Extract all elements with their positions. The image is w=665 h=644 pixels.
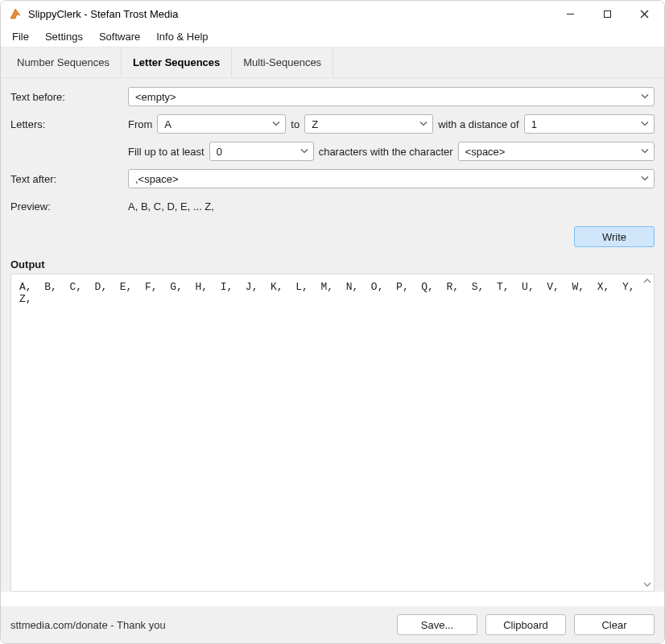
app-icon (9, 7, 22, 20)
menu-software[interactable]: Software (91, 28, 148, 45)
label-output: Output (10, 258, 655, 270)
clipboard-button[interactable]: Clipboard (485, 614, 566, 635)
minimize-button[interactable] (551, 2, 589, 26)
fill-count-combo[interactable]: 0 (209, 142, 314, 161)
label-chars-with: characters with the character (319, 146, 453, 158)
window-title: SlippyClerk - Stefan Trost Media (28, 8, 178, 20)
tab-number-sequences[interactable]: Number Sequences (6, 47, 122, 77)
form-area: Text before: <empty> Letters: From A to … (1, 78, 664, 592)
fill-char-value: <space> (465, 146, 506, 158)
menu-bar: File Settings Software Info & Help (1, 27, 664, 47)
text-after-value: ,<space> (135, 173, 179, 185)
label-text-before: Text before: (10, 91, 123, 103)
label-preview: Preview: (10, 200, 123, 213)
write-button[interactable]: Write (574, 226, 655, 247)
label-to: to (291, 118, 299, 130)
chevron-down-icon (641, 146, 649, 158)
chevron-down-icon (641, 173, 649, 185)
distance-combo[interactable]: 1 (524, 114, 655, 134)
label-letters: Letters: (10, 118, 123, 130)
maximize-button[interactable] (589, 2, 626, 26)
fill-count-value: 0 (217, 146, 222, 158)
close-button[interactable] (626, 2, 663, 26)
to-letter-combo[interactable]: Z (304, 114, 433, 134)
chevron-down-icon (272, 118, 280, 130)
to-letter-value: Z (312, 118, 318, 130)
output-container: A, B, C, D, E, F, G, H, I, J, K, L, M, N… (10, 274, 655, 592)
svg-rect-1 (604, 10, 610, 17)
chevron-down-icon (300, 146, 308, 158)
distance-value: 1 (531, 118, 537, 130)
menu-settings[interactable]: Settings (37, 28, 91, 45)
tab-letter-sequences[interactable]: Letter Sequences (122, 47, 232, 77)
from-letter-value: A (164, 118, 171, 130)
tab-bar: Number Sequences Letter Sequences Multi-… (1, 47, 664, 78)
label-distance: with a distance of (438, 118, 518, 130)
menu-file[interactable]: File (4, 28, 37, 45)
text-before-value: <empty> (135, 91, 176, 103)
scroll-down-icon[interactable] (642, 579, 653, 590)
clear-button[interactable]: Clear (574, 614, 655, 635)
footer: sttmedia.com/donate - Thank you Save... … (1, 606, 664, 643)
label-fill-up: Fill up to at least (128, 146, 204, 158)
chevron-down-icon (641, 118, 649, 130)
scroll-up-icon[interactable] (642, 275, 653, 287)
save-button[interactable]: Save... (397, 614, 477, 635)
tab-multi-sequences[interactable]: Multi-Sequences (232, 47, 333, 77)
title-bar: SlippyClerk - Stefan Trost Media (1, 1, 664, 27)
from-letter-combo[interactable]: A (157, 114, 286, 134)
text-after-combo[interactable]: ,<space> (128, 169, 655, 188)
menu-info-help[interactable]: Info & Help (148, 28, 216, 45)
text-before-combo[interactable]: <empty> (128, 87, 655, 106)
status-text: sttmedia.com/donate - Thank you (10, 619, 389, 631)
preview-value: A, B, C, D, E, ... Z, (128, 200, 214, 213)
chevron-down-icon (419, 118, 428, 130)
chevron-down-icon (641, 91, 649, 103)
output-textarea[interactable]: A, B, C, D, E, F, G, H, I, J, K, L, M, N… (10, 274, 655, 592)
label-from: From (128, 118, 152, 130)
label-text-after: Text after: (10, 173, 123, 185)
fill-char-combo[interactable]: <space> (458, 142, 655, 161)
